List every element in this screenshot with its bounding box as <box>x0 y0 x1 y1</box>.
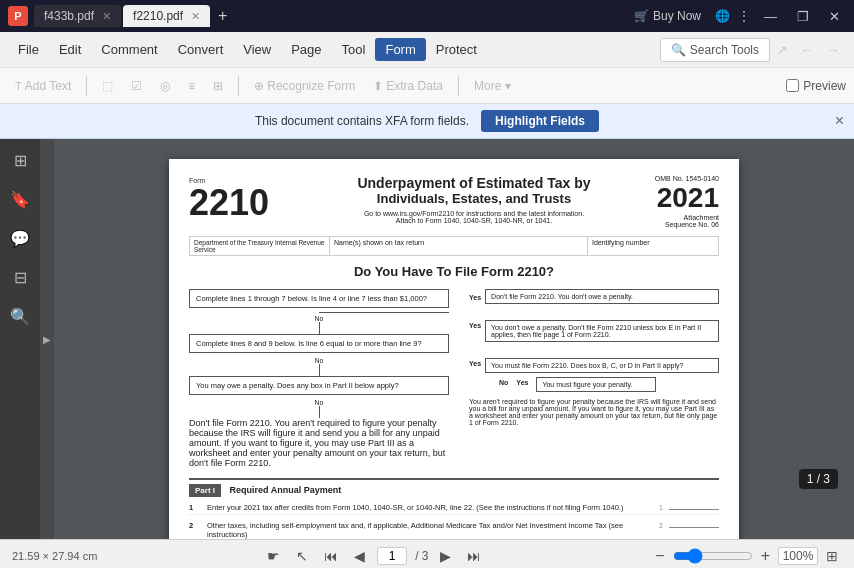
menu-file[interactable]: File <box>8 38 49 61</box>
fc-no-2: No <box>189 357 449 364</box>
cursor-icon[interactable]: ⊞ <box>10 147 31 174</box>
left-panel: ⊞ 🔖 💬 ⊟ 🔍 <box>0 139 40 539</box>
fc-answer-2: You don't owe a penalty. Don't file Form… <box>485 320 719 342</box>
fc-yes-inner: Yes <box>516 379 528 386</box>
omb-label: OMB No. 1545-0140 <box>619 175 719 182</box>
fc-yes-3: Yes <box>469 360 481 367</box>
last-page-button[interactable]: ⏭ <box>463 546 485 566</box>
fc-answer-3: You must file Form 2210. Does box B, C, … <box>485 358 719 373</box>
hand-tool-button[interactable]: ☛ <box>263 546 284 566</box>
next-page-button[interactable]: ▶ <box>436 546 455 566</box>
menu-edit[interactable]: Edit <box>49 38 91 61</box>
external-link-button[interactable]: ↗ <box>770 40 794 60</box>
toolbar-separator-2 <box>238 76 239 96</box>
list-button[interactable]: ≡ <box>181 76 202 96</box>
menu-comment[interactable]: Comment <box>91 38 167 61</box>
select-button[interactable]: ⬚ <box>95 76 120 96</box>
new-tab-button[interactable]: + <box>212 7 233 25</box>
forward-button[interactable]: → <box>820 40 846 60</box>
page-total: / 3 <box>415 549 428 563</box>
menu-bar: File Edit Comment Convert View Page Tool… <box>0 32 854 68</box>
part1-title: Required Annual Payment <box>230 485 342 495</box>
fc-question-2: Complete lines 8 and 9 below. Is line 6 … <box>189 334 449 353</box>
restore-button[interactable]: ❐ <box>791 7 815 26</box>
recognize-form-button[interactable]: ⊕ Recognize Form <box>247 76 362 96</box>
recognize-icon: ⊕ <box>254 79 264 93</box>
extra-data-button[interactable]: ⬆ Extra Data <box>366 76 450 96</box>
xfa-close-button[interactable]: × <box>835 112 844 130</box>
close-tab-2[interactable]: ✕ <box>191 10 200 23</box>
preview-checkbox[interactable] <box>786 79 799 92</box>
name-label: Name(s) shown on tax return <box>330 237 588 255</box>
layers-icon[interactable]: ⊟ <box>10 264 31 291</box>
buy-now-button[interactable]: 🛒 Buy Now <box>628 7 707 25</box>
page-number-input[interactable] <box>377 547 407 565</box>
fit-page-button[interactable]: ⊞ <box>822 546 842 566</box>
cart-icon: 🛒 <box>634 9 649 23</box>
first-page-button[interactable]: ⏮ <box>320 546 342 566</box>
menu-convert[interactable]: Convert <box>168 38 234 61</box>
tab-f433b[interactable]: f433b.pdf ✕ <box>34 5 121 27</box>
xfa-banner: This document contains XFA form fields. … <box>0 104 854 139</box>
zoom-percent-input[interactable] <box>778 547 818 565</box>
bookmark-icon[interactable]: 🔖 <box>6 186 34 213</box>
prev-page-button[interactable]: ◀ <box>350 546 369 566</box>
fc-question-3: You may owe a penalty. Does any box in P… <box>189 376 449 395</box>
grid-button[interactable]: ⊞ <box>206 76 230 96</box>
search-icon: 🔍 <box>671 43 686 57</box>
dept-label: Department of the Treasury Internal Reve… <box>190 237 330 255</box>
pdf-viewer: Form 2210 Underpayment of Estimated Tax … <box>54 139 854 539</box>
flowchart-title: Do You Have To File Form 2210? <box>189 264 719 279</box>
attachment-label: Attachment <box>619 214 719 221</box>
flowchart: Complete lines 1 through 7 below. Is lin… <box>189 289 719 468</box>
zoom-in-button[interactable]: + <box>757 547 774 565</box>
menu-tool[interactable]: Tool <box>332 38 376 61</box>
part1-row-1: 1 Enter your 2021 tax after credits from… <box>189 501 719 515</box>
fc-no-1: No <box>189 315 449 322</box>
page-dimensions: 21.59 × 27.94 cm <box>12 550 97 562</box>
toolbar-separator-3 <box>458 76 459 96</box>
bottom-bar: 21.59 × 27.94 cm ☛ ↖ ⏮ ◀ / 3 ▶ ⏭ − + ⊞ <box>0 539 854 568</box>
globe-icon: 🌐 <box>715 9 730 23</box>
comment-icon[interactable]: 💬 <box>6 225 34 252</box>
menu-protect[interactable]: Protect <box>426 38 487 61</box>
zoom-out-button[interactable]: − <box>651 547 668 565</box>
menu-form[interactable]: Form <box>375 38 425 61</box>
close-tab-1[interactable]: ✕ <box>102 10 111 23</box>
form-instructions: Go to www.irs.gov/Form2210 for instructi… <box>339 210 609 224</box>
fc-dont-file-1: Don't file Form 2210. You aren't require… <box>189 418 449 468</box>
fc-answer-1: Don't file Form 2210. You don't owe a pe… <box>485 289 719 304</box>
menu-page[interactable]: Page <box>281 38 331 61</box>
fc-dont-file-2: You aren't required to figure your penal… <box>469 398 719 426</box>
radio-button[interactable]: ◎ <box>153 76 177 96</box>
checkbox-button[interactable]: ☑ <box>124 76 149 96</box>
highlight-fields-button[interactable]: Highlight Fields <box>481 110 599 132</box>
toolbar: T Add Text ⬚ ☑ ◎ ≡ ⊞ ⊕ Recognize Form ⬆ … <box>0 68 854 104</box>
back-button[interactable]: ← <box>794 40 820 60</box>
part1-row-2: 2 Other taxes, including self-employment… <box>189 519 719 539</box>
zoom-slider[interactable] <box>673 548 753 564</box>
fc-must-figure: You must figure your penalty. <box>536 377 656 392</box>
search-tools-button[interactable]: 🔍 Search Tools <box>660 38 770 62</box>
fc-question-1: Complete lines 1 through 7 below. Is lin… <box>189 289 449 308</box>
select-tool-button[interactable]: ↖ <box>292 546 312 566</box>
window-close-button[interactable]: ✕ <box>823 7 846 26</box>
search-left-icon[interactable]: 🔍 <box>6 303 34 330</box>
minimize-button[interactable]: — <box>758 7 783 26</box>
tab-f2210[interactable]: f2210.pdf ✕ <box>123 5 210 27</box>
main-area: ⊞ 🔖 💬 ⊟ 🔍 ▶ Form 2210 Underpayment of Es… <box>0 139 854 539</box>
id-label: Identifying number <box>588 237 718 255</box>
xfa-message: This document contains XFA form fields. <box>255 114 469 128</box>
form-title-main: Underpayment of Estimated Tax by <box>339 175 609 191</box>
pdf-page: Form 2210 Underpayment of Estimated Tax … <box>169 159 739 539</box>
page-badge: 1 / 3 <box>799 469 838 489</box>
add-text-button[interactable]: T Add Text <box>8 76 78 96</box>
menu-view[interactable]: View <box>233 38 281 61</box>
fc-no-3: No <box>189 399 449 406</box>
data-icon: ⬆ <box>373 79 383 93</box>
form-year: 2021 <box>619 182 719 214</box>
panel-collapse[interactable]: ▶ <box>40 139 54 539</box>
more-button[interactable]: More ▾ <box>467 76 518 96</box>
form-number: 2210 <box>189 185 329 221</box>
fc-yes-2: Yes <box>469 322 481 329</box>
